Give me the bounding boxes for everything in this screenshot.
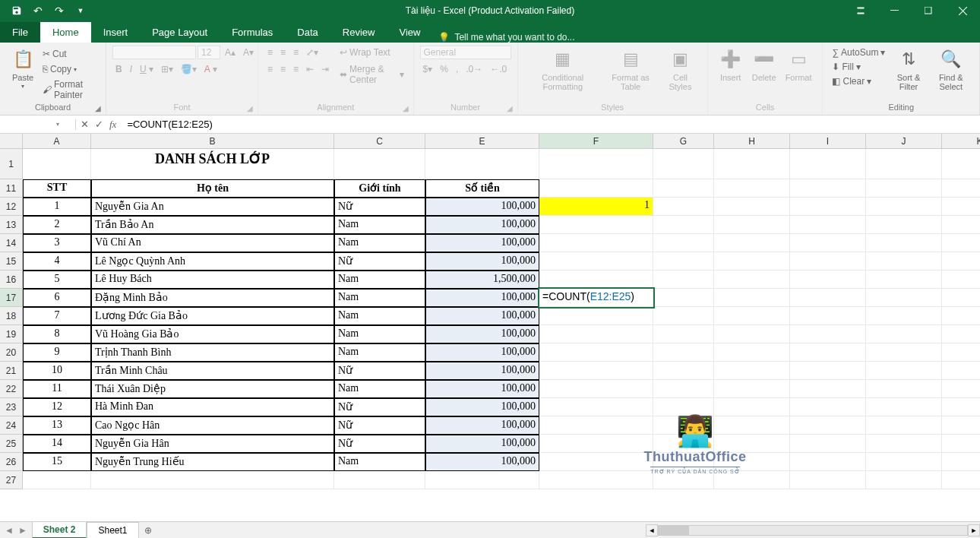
cell-H17[interactable] [714, 289, 790, 307]
column-header-J[interactable]: J [866, 134, 942, 149]
font-name-combo[interactable] [112, 46, 196, 59]
column-header-H[interactable]: H [714, 134, 790, 149]
enter-formula-icon[interactable]: ✓ [95, 119, 103, 131]
cell-K1[interactable] [942, 149, 980, 179]
cell-E15[interactable]: 100,000 [425, 252, 539, 271]
cell-F20[interactable] [539, 343, 653, 362]
select-all-corner[interactable] [0, 134, 23, 149]
cell-C22[interactable]: Nam [334, 380, 425, 398]
row-header-17[interactable]: 17 [0, 289, 23, 307]
row-header-1[interactable]: 1 [0, 149, 23, 179]
cell-E26[interactable]: 100,000 [425, 453, 539, 471]
sheet-nav-next-icon[interactable]: ► [18, 525, 27, 536]
format-cells-button[interactable]: ▭Format [781, 46, 817, 84]
cell-K27[interactable] [942, 471, 980, 489]
cell-B16[interactable]: Lê Huy Bách [91, 271, 334, 289]
row-header-22[interactable]: 22 [0, 380, 23, 398]
decrease-indent-icon[interactable]: ⇤ [303, 62, 317, 76]
cell-C12[interactable]: Nữ [334, 198, 425, 216]
cell-I11[interactable] [790, 179, 866, 198]
cell-E13[interactable]: 100,000 [425, 216, 539, 234]
cell-G20[interactable] [653, 343, 714, 362]
cell-G21[interactable] [653, 362, 714, 380]
cell-E25[interactable]: 100,000 [425, 435, 539, 453]
row-header-12[interactable]: 12 [0, 198, 23, 216]
cell-A11[interactable]: STT [23, 179, 91, 198]
cell-G13[interactable] [653, 216, 714, 234]
cell-I16[interactable] [790, 271, 866, 289]
tab-page-layout[interactable]: Page Layout [140, 22, 220, 43]
cell-E27[interactable] [425, 471, 539, 489]
row-header-25[interactable]: 25 [0, 435, 23, 453]
row-header-27[interactable]: 27 [0, 471, 23, 489]
cell-styles-button[interactable]: ▣Cell Styles [659, 46, 700, 93]
cell-B26[interactable]: Nguyễn Trung Hiếu [91, 453, 334, 471]
cell-F14[interactable] [539, 234, 653, 252]
cut-button[interactable]: ✂Cut [40, 47, 100, 61]
cell-B20[interactable]: Trịnh Thanh Bình [91, 343, 334, 362]
sheet-nav-prev-icon[interactable]: ◄ [5, 525, 14, 536]
qat-customize-icon[interactable]: ▼ [70, 0, 91, 21]
cell-B24[interactable]: Cao Ngọc Hân [91, 416, 334, 435]
cell-C15[interactable]: Nữ [334, 252, 425, 271]
cell-C13[interactable]: Nam [334, 216, 425, 234]
cell-H25[interactable] [714, 435, 790, 453]
cell-C23[interactable]: Nữ [334, 398, 425, 416]
cell-H26[interactable] [714, 453, 790, 471]
cell-G14[interactable] [653, 234, 714, 252]
cell-E21[interactable]: 100,000 [425, 362, 539, 380]
cell-C1[interactable] [334, 149, 425, 179]
format-painter-button[interactable]: 🖌Format Painter [40, 78, 100, 102]
row-header-16[interactable]: 16 [0, 271, 23, 289]
cell-K14[interactable] [942, 234, 980, 252]
cell-A27[interactable] [23, 471, 91, 489]
decrease-font-icon[interactable]: A▾ [240, 46, 257, 59]
align-right-icon[interactable]: ≡ [290, 62, 302, 76]
accounting-format-icon[interactable]: $▾ [420, 62, 436, 76]
insert-cells-button[interactable]: ➕Insert [714, 46, 748, 84]
increase-decimal-icon[interactable]: .0→ [463, 62, 485, 76]
align-left-icon[interactable]: ≡ [264, 62, 276, 76]
cell-J1[interactable] [866, 149, 942, 179]
sheet-tab-sheet2[interactable]: Sheet 2 [32, 521, 87, 538]
cell-C18[interactable]: Nam [334, 307, 425, 325]
cell-G17[interactable] [653, 289, 714, 307]
row-header-19[interactable]: 19 [0, 325, 23, 343]
cell-A26[interactable]: 15 [23, 453, 91, 471]
cell-K13[interactable] [942, 216, 980, 234]
cell-H11[interactable] [714, 179, 790, 198]
cell-G18[interactable] [653, 307, 714, 325]
tab-view[interactable]: View [387, 22, 432, 43]
cell-G27[interactable] [653, 471, 714, 489]
cell-C24[interactable]: Nữ [334, 416, 425, 435]
row-header-18[interactable]: 18 [0, 307, 23, 325]
cancel-formula-icon[interactable]: ✕ [81, 119, 89, 131]
row-header-14[interactable]: 14 [0, 234, 23, 252]
cell-B13[interactable]: Trần Bảo An [91, 216, 334, 234]
cell-B17[interactable]: Đặng Minh Bảo [91, 289, 334, 307]
percent-format-icon[interactable]: % [437, 62, 451, 76]
cell-I24[interactable] [790, 416, 866, 435]
cell-B18[interactable]: Lương Đức Gia Bảo [91, 307, 334, 325]
save-icon[interactable] [6, 0, 27, 21]
scroll-right-icon[interactable]: ► [968, 524, 980, 536]
row-header-15[interactable]: 15 [0, 252, 23, 271]
row-header-20[interactable]: 20 [0, 343, 23, 362]
tab-review[interactable]: Review [330, 22, 387, 43]
row-header-24[interactable]: 24 [0, 416, 23, 435]
cell-F24[interactable] [539, 416, 653, 435]
cell-F26[interactable] [539, 453, 653, 471]
cell-C25[interactable]: Nữ [334, 435, 425, 453]
cell-K12[interactable] [942, 198, 980, 216]
cell-C27[interactable] [334, 471, 425, 489]
cell-E22[interactable]: 100,000 [425, 380, 539, 398]
spreadsheet-grid[interactable]: ABCEFGHIJK 11112131415161718192021222324… [0, 134, 980, 521]
close-icon[interactable] [946, 0, 980, 21]
cell-J25[interactable] [866, 435, 942, 453]
cell-A17[interactable]: 6 [23, 289, 91, 307]
cell-H15[interactable] [714, 252, 790, 271]
cell-I14[interactable] [790, 234, 866, 252]
cell-G1[interactable] [653, 149, 714, 179]
cell-J19[interactable] [866, 325, 942, 343]
cell-J26[interactable] [866, 453, 942, 471]
